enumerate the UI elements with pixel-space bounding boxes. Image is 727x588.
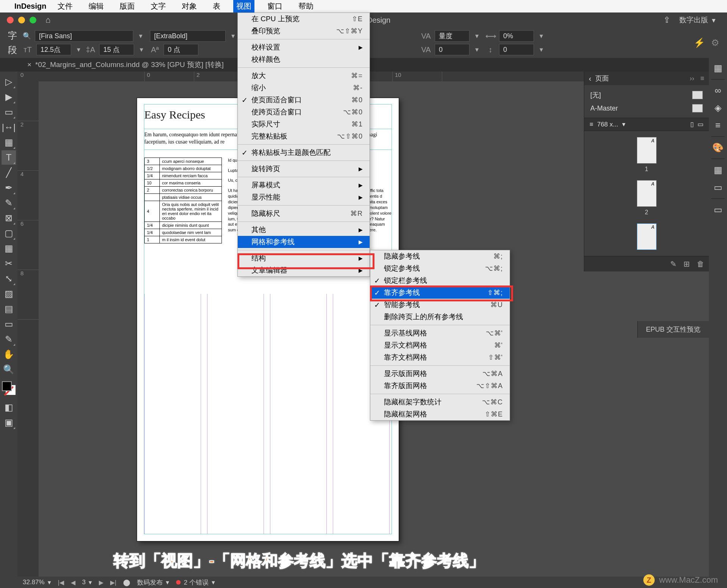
view-menu-item[interactable]: 叠印预览⌥⇧⌘Y [238,25,370,37]
page-number-field[interactable]: 3▾ [82,579,92,586]
expand-icon[interactable]: ›› [690,75,694,83]
free-transform-tool[interactable]: ⤡ [2,271,16,286]
paragraph-mode-button[interactable]: 段 [8,44,17,56]
font-family-field[interactable]: [Fira Sans] [35,30,133,42]
view-menu-item[interactable]: 隐藏标尺⌘R [238,207,370,220]
edit-page-icon[interactable]: ✎ [670,259,677,268]
page-thumb-2[interactable]: A2 [637,180,657,216]
maximize-window-icon[interactable] [30,17,36,23]
note-tool[interactable]: ▭ [2,317,16,331]
eyedropper-tool[interactable]: ✎ [2,332,16,346]
rectangle-tool[interactable]: ▢ [2,226,16,240]
line-tool[interactable]: ╱ [2,165,16,180]
close-window-icon[interactable] [7,17,14,23]
font-size-field[interactable]: 12.5点 [36,44,71,55]
grid-submenu-item[interactable]: 靠齐文档网格⇧⌘' [370,351,510,363]
workspace-field[interactable]: 数码发布▾ [137,578,169,587]
hand-tool[interactable]: ✋ [2,347,16,362]
type-tool[interactable]: T [2,150,16,165]
grid-submenu-item[interactable]: 隐藏框架网格⇧⌘E [370,408,510,420]
pencil-tool[interactable]: ✎ [2,196,16,210]
gradient-feather-tool[interactable]: ▤ [2,302,16,316]
vscale-field[interactable]: 0 [499,44,534,55]
fill-stroke-swatch[interactable] [2,381,16,395]
grid-submenu-item[interactable]: 隐藏参考线⌘; [370,250,510,262]
gap-tool[interactable]: |↔| [2,120,16,134]
view-menu-item[interactable]: 旋转跨页▶ [238,163,370,175]
orientation-landscape-icon[interactable]: ▭ [697,120,704,128]
gradient-swatch-tool[interactable]: ▨ [2,287,16,301]
grid-submenu-item[interactable]: 显示文档网格⌘' [370,339,510,351]
view-menu-item[interactable]: 结构▶ [238,252,370,264]
baseline-shift-field[interactable]: 0 点 [164,44,198,55]
cc-libraries-panel-icon[interactable]: ▭ [710,179,725,195]
menu-layout[interactable]: 版面 [117,0,138,13]
page-tool[interactable]: ▭ [2,105,16,119]
chevron-down-icon[interactable]: ▾ [137,32,144,40]
grid-submenu-item[interactable]: 隐藏框架字数统计⌥⌘C [370,396,510,408]
first-page-icon[interactable]: |◀ [58,579,64,586]
chevron-down-icon[interactable]: ▾ [138,45,145,54]
kerning-field[interactable]: 量度 [435,30,470,42]
chevron-down-icon[interactable]: ▾ [538,45,544,54]
menu-table[interactable]: 表 [210,0,223,13]
links-panel-icon[interactable]: ∞ [710,83,725,98]
menu-help[interactable]: 帮助 [295,0,317,13]
menu-object[interactable]: 对象 [179,0,200,13]
character-mode-button[interactable]: 字 [8,30,17,42]
page-size-selector[interactable]: ≡ 768 x... ▾ ▯ ▭ [584,118,709,131]
content-collector-tool[interactable]: ▦ [2,135,16,150]
hscale-field[interactable]: 0% [499,30,534,42]
menu-file[interactable]: 文件 [55,0,76,13]
flash-icon[interactable]: ⚡ [694,37,705,48]
view-menu-item[interactable]: 缩小⌘- [238,82,370,94]
prev-page-icon[interactable]: ◀ [71,579,75,586]
view-menu-item[interactable]: 完整粘贴板⌥⇧⌘0 [238,130,370,142]
chevron-down-icon[interactable]: ▾ [538,32,544,40]
screen-mode-tool[interactable]: ▣ [2,415,16,430]
chevron-down-icon[interactable]: ▾ [473,45,480,54]
selection-tool[interactable]: ▷ [2,75,16,89]
pages-panel-icon[interactable]: ▦ [710,60,725,76]
settings-icon[interactable]: ⚙ [711,37,719,48]
minimize-window-icon[interactable] [18,17,25,23]
menu-edit[interactable]: 编辑 [86,0,107,13]
color-panel-icon[interactable]: 🎨 [710,140,725,156]
tracking-field[interactable]: 0 [435,44,470,55]
chevron-down-icon[interactable]: ▾ [229,32,236,40]
view-menu-item[interactable]: 在 CPU 上预览⇧E [238,13,370,25]
grid-submenu-item[interactable]: 显示版面网格⌥⌘A [370,368,510,380]
errors-indicator[interactable]: 2 个错误▾ [176,578,215,587]
grid-submenu-item[interactable]: 显示基线网格⌥⌘' [370,327,510,339]
orientation-portrait-icon[interactable]: ▯ [690,120,694,128]
direct-selection-tool[interactable]: ▶ [2,90,16,104]
close-tab-icon[interactable]: × [27,61,31,69]
zoom-level-field[interactable]: 32.87%▾ [23,579,51,586]
leading-field[interactable]: 15 点 [99,44,134,55]
view-menu-item[interactable]: 使跨页适合窗口⌥⌘0 [238,106,370,118]
page-thumb-1[interactable]: A1 [637,137,657,173]
grid-submenu-item[interactable]: 锁定参考线⌥⌘; [370,262,510,275]
master-a-row[interactable]: A-Master [584,102,709,115]
grid-submenu-item[interactable]: ✓锁定栏参考线 [370,275,510,287]
document-tab-label[interactable]: *02_Margins_and_Columns.indd @ 33% [GPU … [35,60,224,70]
view-menu-item[interactable]: 其他▶ [238,224,370,236]
swatches-panel-icon[interactable]: ▦ [710,162,725,178]
apply-color-tool[interactable]: ◧ [2,400,16,415]
grid-submenu-item[interactable]: ✓靠齐参考线⇧⌘; [370,287,510,299]
epub-preview-tab[interactable]: EPUB 交互性预览 [637,321,709,338]
rectangle-frame-tool[interactable]: ⊠ [2,211,16,225]
menu-type[interactable]: 文字 [148,0,169,13]
preflight-icon[interactable]: ⬤ [123,579,130,586]
last-page-icon[interactable]: ▶| [110,579,116,586]
zoom-tool[interactable]: 🔍 [2,362,16,377]
scissors-tool[interactable]: ✂ [2,256,16,271]
font-style-field[interactable]: [ExtraBold] [150,30,226,42]
home-icon[interactable]: ⌂ [45,15,50,25]
grid-submenu-item[interactable]: ✓智能参考线⌘U [370,299,510,311]
chevron-down-icon[interactable]: ▾ [75,45,82,54]
menu-window[interactable]: 窗口 [264,0,285,13]
panel-collapse-icon[interactable]: ‹ [589,74,591,83]
layers-panel-icon[interactable]: ◈ [710,100,725,116]
grid-submenu-item[interactable]: 删除跨页上的所有参考线 [370,311,510,323]
